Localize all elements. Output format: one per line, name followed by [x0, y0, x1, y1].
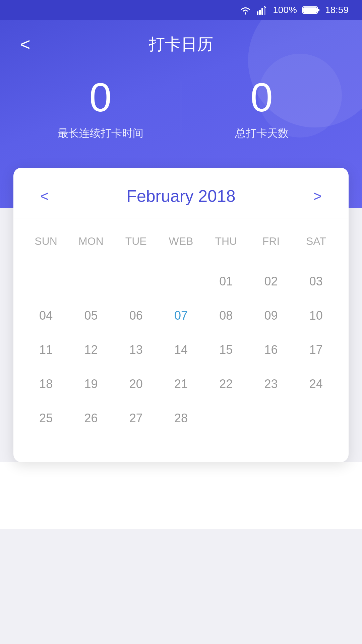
calendar-day — [159, 264, 203, 299]
calendar-day[interactable]: 03 — [294, 264, 339, 299]
calendar-day[interactable]: 18 — [23, 367, 68, 401]
calendar-day[interactable]: 21 — [159, 367, 203, 401]
wifi-icon — [239, 5, 251, 15]
page-title: 打卡日历 — [149, 34, 213, 55]
calendar-month-title: February 2018 — [126, 186, 235, 206]
battery-icon — [302, 5, 320, 15]
calendar-card: < February 2018 > SUNMONTUEWEBTHUFRISAT … — [13, 168, 349, 462]
stats-row: 0 最长连续打卡时间 0 总打卡天数 — [20, 75, 342, 141]
stat-streak-label: 最长连续打卡时间 — [20, 126, 181, 141]
calendar-day[interactable]: 14 — [159, 333, 203, 367]
svg-rect-0 — [257, 11, 258, 15]
day-header-mon: MON — [68, 232, 113, 251]
calendar-day[interactable]: 28 — [159, 401, 203, 435]
calendar-day[interactable]: 25 — [23, 401, 68, 435]
calendar-day[interactable]: 07 — [159, 299, 203, 333]
day-header-thu: THU — [203, 232, 248, 251]
calendar-day[interactable]: 06 — [114, 299, 159, 333]
stat-total-value: 0 — [181, 75, 342, 119]
calendar-day[interactable]: 05 — [68, 299, 113, 333]
back-button[interactable]: < — [20, 34, 30, 54]
day-header-sun: SUN — [23, 232, 68, 251]
svg-rect-2 — [261, 8, 263, 15]
day-header-fri: FRI — [248, 232, 293, 251]
time-display: 18:59 — [325, 5, 349, 15]
calendar-day[interactable]: 16 — [248, 333, 293, 367]
calendar-grid: 0102030405060708091011121314151617181920… — [13, 258, 349, 442]
stat-total: 0 总打卡天数 — [181, 75, 342, 141]
status-bar: 100% 18:59 — [0, 0, 362, 20]
calendar-day[interactable]: 15 — [203, 333, 248, 367]
signal-icon — [257, 5, 267, 15]
calendar-day[interactable]: 09 — [248, 299, 293, 333]
calendar-day[interactable]: 22 — [203, 367, 248, 401]
calendar-day[interactable]: 02 — [248, 264, 293, 299]
calendar-header: < February 2018 > — [13, 168, 349, 218]
calendar-day[interactable]: 12 — [68, 333, 113, 367]
prev-month-button[interactable]: < — [34, 184, 56, 208]
battery-percent: 100% — [273, 5, 297, 15]
calendar-day[interactable]: 01 — [203, 264, 248, 299]
calendar-day[interactable]: 17 — [294, 333, 339, 367]
day-header-web: WEB — [159, 232, 203, 251]
header-nav: < 打卡日历 — [20, 34, 342, 55]
calendar-day[interactable]: 08 — [203, 299, 248, 333]
day-header-sat: SAT — [294, 232, 339, 251]
calendar-day[interactable]: 24 — [294, 367, 339, 401]
calendar-day — [114, 264, 159, 299]
calendar-day[interactable]: 10 — [294, 299, 339, 333]
calendar-day[interactable]: 13 — [114, 333, 159, 367]
stat-streak: 0 最长连续打卡时间 — [20, 75, 181, 141]
calendar-day[interactable]: 26 — [68, 401, 113, 435]
day-headers: SUNMONTUEWEBTHUFRISAT — [13, 218, 349, 258]
svg-rect-6 — [303, 7, 317, 13]
below-card — [0, 462, 362, 529]
calendar-day — [23, 264, 68, 299]
svg-rect-1 — [259, 10, 261, 15]
stat-streak-value: 0 — [20, 75, 181, 119]
stat-total-label: 总打卡天数 — [181, 126, 342, 141]
calendar-day[interactable]: 19 — [68, 367, 113, 401]
calendar-day — [68, 264, 113, 299]
calendar-day[interactable]: 23 — [248, 367, 293, 401]
calendar-day[interactable]: 27 — [114, 401, 159, 435]
status-icons: 100% 18:59 — [239, 5, 349, 15]
calendar-day[interactable]: 11 — [23, 333, 68, 367]
day-header-tue: TUE — [114, 232, 159, 251]
calendar-day[interactable]: 04 — [23, 299, 68, 333]
next-month-button[interactable]: > — [306, 184, 328, 208]
svg-rect-7 — [318, 9, 319, 11]
calendar-day[interactable]: 20 — [114, 367, 159, 401]
